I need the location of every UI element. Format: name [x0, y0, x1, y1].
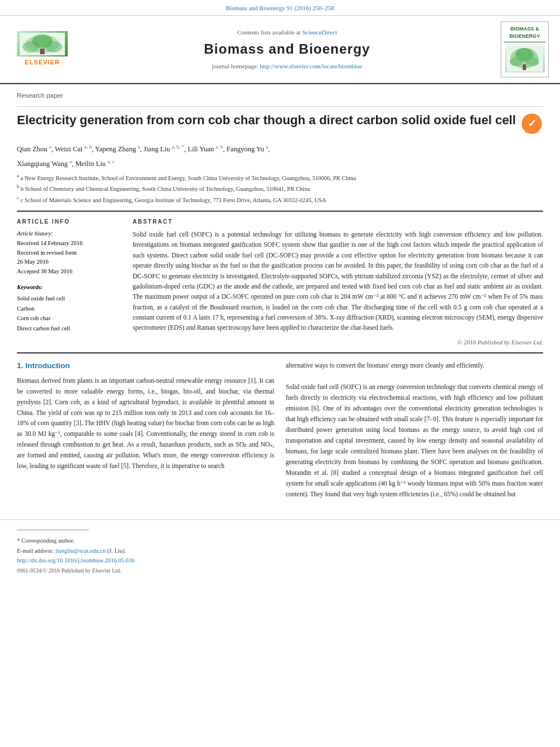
author-lili-yuan: Lili Yuan a, b — [188, 145, 224, 153]
article-info-abstract-section: ARTICLE INFO Article history: Received 1… — [17, 217, 543, 347]
journal-center-info: Contents lists available at ScienceDirec… — [80, 28, 494, 71]
revised-date: 26 May 2016 — [17, 257, 121, 267]
history-label: Article history: — [17, 229, 121, 239]
elsevier-logo-area: ELSEVIER — [11, 31, 73, 67]
svg-rect-11 — [523, 64, 526, 70]
author-qian-zhou: Qian Zhou a — [17, 145, 51, 153]
sciencedirect-link[interactable]: ScienceDirect — [302, 29, 337, 36]
keyword-1: Solid oxide fuel cell — [17, 294, 121, 304]
author-xiangqiang-wang: Xiangqiang Wang a — [17, 160, 72, 168]
corresponding-author-note: * Corresponding author. — [17, 536, 543, 545]
paper-type-label: Research paper — [17, 91, 543, 101]
svg-rect-4 — [40, 49, 45, 54]
journal-logo-image — [505, 44, 545, 72]
author-fangyong-yu: Fangyong Yu a — [226, 145, 268, 153]
article-info-column: ARTICLE INFO Article history: Received 1… — [17, 217, 121, 347]
contents-available-line: Contents lists available at ScienceDirec… — [80, 28, 494, 37]
intro-left-text: Biomass derived from plants is an import… — [17, 375, 274, 472]
svg-point-10 — [515, 48, 533, 62]
authors-line1: Qian Zhou a, Weizi Cai a, b, Yapeng Zhan… — [17, 143, 543, 155]
journal-title: Biomass and Bioenergy — [80, 39, 494, 59]
email-line: E-mail address: jiangliu@scut.edu.cn (J.… — [17, 547, 543, 556]
received-date: Received 14 February 2016 — [17, 239, 121, 248]
title-row: Electricity generation from corn cob cha… — [17, 112, 543, 138]
abstract-column: ABSTRACT Solid oxide fuel cell (SOFC) is… — [133, 217, 543, 347]
journal-citation-bar: Biomass and Bioenergy 91 (2016) 250–258 — [0, 0, 560, 16]
homepage-line: journal homepage: http://www.elsevier.co… — [80, 62, 494, 71]
authors-line2: Xiangqiang Wang a, Meilin Liu a, c — [17, 158, 543, 169]
footnote-divider: ────────────────── — [17, 526, 543, 534]
elsevier-logo: ELSEVIER — [11, 31, 73, 67]
keywords-section: Keywords: Solid oxide fuel cell Carbon C… — [17, 282, 121, 334]
issn-line: 0961-9534/© 2016 Published by Elsevier L… — [17, 566, 543, 575]
keyword-4: Direct carbon fuel cell — [17, 324, 121, 334]
journal-logo-title: BIOMASS &BIOENERGY — [504, 25, 546, 42]
svg-text:CrossMark: CrossMark — [525, 130, 539, 134]
author-email-link[interactable]: jiangliu@scut.edu.cn — [55, 548, 106, 554]
body-right-column: alternative ways to convert the biomass'… — [286, 360, 543, 500]
crossmark-logo: ✓ CrossMark — [520, 112, 543, 138]
affiliation-b: b b School of Chemistry and Chemical Eng… — [17, 184, 543, 194]
abstract-text: Solid oxide fuel cell (SOFC) is a potent… — [133, 229, 543, 333]
accepted-date: Accepted 30 May 2016 — [17, 267, 121, 277]
author-weizi-cai: Weizi Cai a, b — [55, 145, 91, 153]
intro-section-title: 1. Introduction — [17, 360, 274, 372]
article-history: Article history: Received 14 February 20… — [17, 229, 121, 277]
keyword-3: Corn cob char — [17, 313, 121, 324]
introduction-section: 1. Introduction Biomass derived from pla… — [17, 360, 543, 500]
affiliation-c: c c School of Materials Science and Engi… — [17, 195, 543, 205]
footer: ────────────────── * Corresponding autho… — [0, 519, 560, 583]
article-info-header: ARTICLE INFO — [17, 217, 121, 226]
doi-anchor[interactable]: http://dx.doi.org/10.1016/j.biombioe.201… — [17, 557, 134, 563]
svg-text:✓: ✓ — [528, 118, 536, 129]
keywords-label: Keywords: — [17, 282, 121, 292]
affiliation-a: a a New Energy Research Institute, Schoo… — [17, 173, 543, 183]
author-meilin-liu: Meilin Liu a, c — [75, 160, 114, 168]
abstract-header: ABSTRACT — [133, 217, 543, 226]
keyword-2: Carbon — [17, 304, 121, 314]
elsevier-tree-logo — [17, 31, 68, 56]
journal-logo-box: BIOMASS &BIOENERGY — [501, 21, 549, 77]
journal-header: ELSEVIER Contents lists available at Sci… — [0, 16, 560, 84]
journal-citation-text: Biomass and Bioenergy 91 (2016) 250–258 — [226, 5, 334, 11]
svg-point-5 — [32, 34, 53, 48]
elsevier-brand-text: ELSEVIER — [25, 58, 60, 67]
homepage-link[interactable]: http://www.elsevier.com/locate/biombioe — [260, 63, 362, 69]
author-jiang-liu: Jiang Liu a, b, * — [143, 145, 184, 153]
doi-link[interactable]: http://dx.doi.org/10.1016/j.biombioe.201… — [17, 556, 543, 565]
body-left-column: 1. Introduction Biomass derived from pla… — [17, 360, 274, 500]
affiliations: a a New Energy Research Institute, Schoo… — [17, 173, 543, 205]
paper-title: Electricity generation from corn cob cha… — [17, 112, 520, 129]
paper-content: Research paper Electricity generation fr… — [0, 84, 560, 511]
revised-label: Received in revised form — [17, 248, 121, 258]
author-yapeng-zhang: Yapeng Zhang a — [95, 145, 140, 153]
copyright-line: © 2016 Published by Elsevier Ltd. — [133, 338, 543, 347]
intro-right-text: alternative ways to convert the biomass'… — [286, 360, 543, 500]
